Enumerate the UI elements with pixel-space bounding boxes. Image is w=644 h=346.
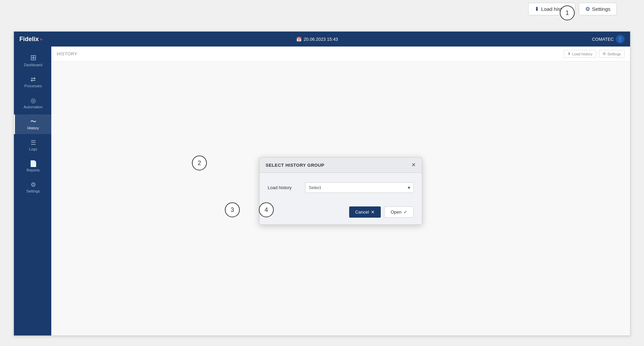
modal-body: Load history Select ▼ (260, 173, 422, 202)
sidebar-item-reports[interactable]: 📄 Reports (14, 157, 51, 176)
history-icon: 〜 (30, 119, 36, 125)
download-icon: ⬇ (535, 6, 539, 12)
modal-title: SELECT HISTORY GROUP (266, 163, 324, 168)
automation-icon: ◎ (31, 97, 36, 104)
app-window: Fidelix ■ 📅 20.06.2023 15:43 COMATEC 👤 ⊞… (14, 31, 630, 336)
dashboard-icon: ⊞ (30, 54, 36, 61)
load-history-label: Load history (268, 185, 298, 190)
cancel-x-icon: ✕ (371, 210, 375, 215)
sidebar-item-logs[interactable]: ☰ Logs (14, 135, 51, 155)
annotation-1: 1 (560, 5, 575, 20)
logs-icon: ☰ (31, 140, 36, 146)
sidebar-item-automation[interactable]: ◎ Automation (14, 93, 51, 113)
app-user: COMATEC 👤 (592, 35, 625, 43)
modal-overlay: SELECT HISTORY GROUP ✕ Load history Sele… (51, 47, 630, 335)
cancel-button[interactable]: Cancel ✕ (349, 206, 381, 218)
modal-header: SELECT HISTORY GROUP ✕ (260, 158, 422, 173)
sidebar-item-history[interactable]: 〜 History (14, 114, 51, 134)
load-history-form-row: Load history Select ▼ (268, 182, 414, 193)
logo-dot: ■ (40, 37, 42, 41)
settings-icon: ⚙ (31, 182, 36, 188)
check-icon: ✓ (404, 210, 407, 215)
annotation-4: 4 (259, 202, 274, 217)
select-history-group-modal: SELECT HISTORY GROUP ✕ Load history Sele… (259, 157, 422, 225)
sidebar: ⊞ Dashboard ⇄ Processes ◎ Automation 〜 H… (14, 47, 51, 335)
gear-icon: ⚙ (585, 6, 590, 12)
sidebar-item-dashboard[interactable]: ⊞ Dashboard (14, 50, 51, 71)
sidebar-item-settings[interactable]: ⚙ Settings (14, 178, 51, 197)
reports-icon: 📄 (30, 161, 37, 167)
annotation-2: 2 (192, 156, 207, 170)
settings-toolbar-button[interactable]: ⚙ Settings (579, 3, 617, 15)
select-wrapper: Select ▼ (305, 182, 414, 193)
processes-icon: ⇄ (31, 76, 36, 83)
modal-footer: Cancel ✕ Open ✓ (260, 202, 422, 224)
annotation-3: 3 (225, 202, 240, 217)
app-header: Fidelix ■ 📅 20.06.2023 15:43 COMATEC 👤 (14, 32, 630, 47)
calendar-icon: 📅 (296, 37, 302, 42)
history-group-select[interactable]: Select (305, 182, 414, 193)
app-datetime: 📅 20.06.2023 15:43 (296, 37, 338, 42)
app-body: ⊞ Dashboard ⇄ Processes ◎ Automation 〜 H… (14, 47, 630, 335)
sidebar-item-processes[interactable]: ⇄ Processes (14, 72, 51, 92)
app-logo: Fidelix ■ (19, 36, 42, 43)
open-button[interactable]: Open ✓ (384, 206, 414, 218)
modal-close-button[interactable]: ✕ (411, 162, 416, 168)
main-content: HISTORY ⬇ Load history ⚙ Settings SE (51, 47, 630, 335)
user-icon: 👤 (616, 35, 625, 43)
